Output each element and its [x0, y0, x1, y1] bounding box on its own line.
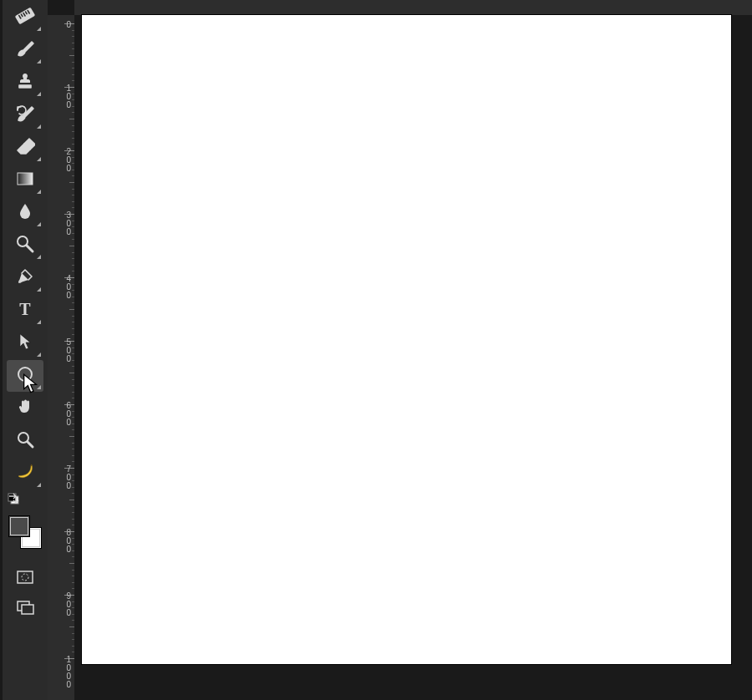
expand-indicator-icon	[37, 385, 41, 389]
clone-stamp-tool[interactable]	[7, 67, 43, 99]
ruler-label: 400	[66, 275, 71, 300]
vertical-ruler[interactable]: 01002003004005006007008009001000	[48, 15, 74, 700]
color-reset-swap	[7, 492, 43, 512]
ruler-label: 800	[66, 529, 71, 554]
quick-mask-icon	[15, 567, 35, 587]
svg-point-18	[22, 574, 28, 581]
workspace: 01002003004005006007008009001000	[48, 0, 752, 700]
history-brush-tool[interactable]	[7, 99, 43, 131]
dodge-icon	[15, 234, 35, 257]
expand-indicator-icon	[37, 59, 41, 63]
svg-text:T: T	[19, 300, 31, 318]
svg-point-10	[19, 281, 21, 282]
zoom-tool[interactable]	[7, 425, 43, 457]
expand-indicator-icon	[37, 222, 41, 226]
canvas[interactable]	[82, 15, 731, 664]
expand-indicator-icon	[37, 353, 41, 357]
ruler-label: 600	[66, 402, 71, 427]
svg-line-9	[27, 246, 33, 251]
expand-indicator-icon	[37, 287, 41, 292]
color-swatches	[7, 514, 43, 550]
blur-tool[interactable]	[7, 197, 43, 229]
ruler-label: 200	[66, 148, 71, 173]
pen-tool[interactable]	[7, 262, 43, 294]
svg-point-12	[18, 368, 32, 381]
screen-mode-icon	[15, 597, 35, 617]
expand-indicator-icon	[37, 92, 41, 96]
ruler-label: 1000	[66, 656, 71, 689]
drop-icon	[15, 201, 35, 225]
expand-indicator-icon	[37, 124, 41, 129]
type-tool[interactable]: T	[7, 295, 43, 327]
expand-indicator-icon	[37, 483, 41, 487]
horizontal-ruler[interactable]	[74, 0, 752, 15]
quick-mask[interactable]	[7, 562, 43, 592]
brush-icon	[15, 38, 35, 62]
history-brush-icon	[15, 104, 35, 127]
ruler-icon	[15, 6, 35, 29]
svg-rect-20	[22, 605, 33, 614]
foreground-color-swatch[interactable]	[8, 515, 30, 537]
ruler-label: 900	[66, 592, 71, 617]
svg-line-14	[28, 442, 33, 447]
stamp-icon	[15, 71, 35, 94]
shape-tool[interactable]	[7, 360, 43, 392]
ruler-label: 300	[66, 211, 71, 236]
ruler-label: 100	[66, 84, 71, 109]
eraser-tool[interactable]	[7, 132, 43, 164]
banana-icon	[15, 462, 35, 485]
banana-tool[interactable]	[7, 458, 43, 489]
expand-indicator-icon	[37, 320, 41, 324]
eraser-icon	[15, 136, 35, 160]
expand-indicator-icon	[37, 27, 41, 31]
gradient-tool[interactable]	[7, 165, 43, 196]
canvas-area[interactable]	[74, 15, 752, 700]
ruler-label: 500	[66, 338, 71, 363]
path-select-tool[interactable]	[7, 327, 43, 359]
ruler-label: 0	[66, 21, 71, 29]
screen-mode[interactable]	[7, 592, 43, 622]
ruler-label: 700	[66, 465, 71, 490]
expand-indicator-icon	[37, 190, 41, 194]
gradient-icon	[15, 169, 35, 192]
hand-tool[interactable]	[7, 393, 43, 424]
zoom-icon	[15, 429, 35, 453]
hand-icon	[15, 397, 35, 420]
dodge-tool[interactable]	[7, 230, 43, 261]
type-icon: T	[15, 299, 35, 322]
toolbar: T	[3, 0, 48, 700]
svg-rect-17	[18, 571, 33, 583]
shape-icon	[15, 364, 35, 388]
measure-tool[interactable]	[7, 2, 43, 33]
arrow-icon	[15, 332, 35, 355]
svg-rect-7	[18, 173, 33, 185]
svg-rect-6	[19, 85, 31, 88]
pen-icon	[15, 266, 35, 290]
brush-tool[interactable]	[7, 34, 43, 66]
expand-indicator-icon	[37, 255, 41, 259]
expand-indicator-icon	[37, 157, 41, 161]
